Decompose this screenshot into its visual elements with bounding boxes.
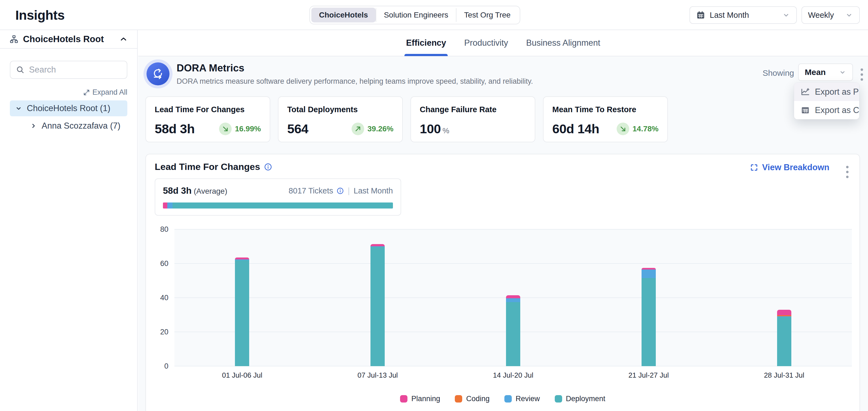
progress-segment-review <box>167 203 173 208</box>
info-icon[interactable] <box>337 187 344 195</box>
showing-label: Showing <box>763 68 794 78</box>
trend-down-icon <box>219 123 231 135</box>
lead-time-summary: 58d 3h(Average) 8017 Tickets | Last Mont… <box>155 178 401 216</box>
org-tab-test-org-tree[interactable]: Test Org Tree <box>457 8 518 23</box>
phase-progress-bar <box>163 203 393 208</box>
metric-cards-row: Lead Time For Changes58d 3h16.99%Total D… <box>146 96 668 142</box>
legend-item-deployment[interactable]: Deployment <box>555 395 606 403</box>
trend-badge: 14.78% <box>617 123 658 135</box>
metric-card-change-failure-rate: Change Failure Rate100% <box>410 96 535 142</box>
bar-segment-review <box>506 298 520 302</box>
chart-more-menu-button[interactable] <box>844 164 850 180</box>
bar-segment-planning <box>777 310 791 315</box>
gridline-y80 <box>175 229 852 230</box>
trend-badge: 16.99% <box>219 123 261 135</box>
legend-item-planning[interactable]: Planning <box>400 395 440 403</box>
trend-delta: 39.26% <box>368 125 394 133</box>
tree-item-anna-scozzafava-7-[interactable]: Anna Scozzafava (7) <box>25 118 127 134</box>
bar-segment-deployment <box>235 260 249 366</box>
menu-item-label: Export as CSV <box>815 105 859 115</box>
x-tick-label: 28 Jul-31 Jul <box>764 371 804 380</box>
gridline-y60 <box>175 263 852 264</box>
expand-all-icon <box>83 89 90 96</box>
tab-productivity[interactable]: Productivity <box>464 30 508 56</box>
legend-label: Coding <box>466 395 490 403</box>
metric-value: 564 <box>287 121 308 136</box>
date-range-value: Last Month <box>710 11 778 20</box>
dora-section-subtitle: DORA metrics measure software delivery p… <box>177 77 533 85</box>
legend-item-coding[interactable]: Coding <box>455 395 490 403</box>
page-title: Insights <box>16 8 65 23</box>
metric-value: 60d 14h <box>552 121 599 136</box>
bar-28-jul-31-jul[interactable] <box>777 310 791 366</box>
expand-corners-icon <box>750 163 758 172</box>
legend-item-review[interactable]: Review <box>504 395 540 403</box>
info-icon[interactable] <box>264 163 272 171</box>
bar-segment-review <box>642 270 656 278</box>
sidebar-search <box>10 61 127 79</box>
legend-swatch <box>555 395 562 403</box>
x-tick-label: 21 Jul-27 Jul <box>628 371 669 380</box>
org-tab-choicehotels[interactable]: ChoiceHotels <box>311 8 376 23</box>
legend-label: Deployment <box>566 395 606 403</box>
org-tree-icon <box>9 34 19 44</box>
tab-business-alignment[interactable]: Business Alignment <box>526 30 600 56</box>
granularity-select[interactable]: Weekly <box>802 6 860 24</box>
bar-segment-review <box>370 246 385 247</box>
chart-legend: PlanningCodingReviewDeployment <box>146 395 860 403</box>
metric-card-total-deployments: Total Deployments56439.26% <box>278 96 403 142</box>
bar-segment-review <box>235 260 249 260</box>
collapse-chevron-up-icon[interactable] <box>119 35 128 43</box>
search-input[interactable] <box>29 65 121 75</box>
summary-period: Last Month <box>354 186 393 195</box>
sidebar-header: ChoiceHotels Root <box>0 30 137 49</box>
metric-unit: % <box>442 127 449 135</box>
trend-delta: 14.78% <box>632 125 658 133</box>
showing-select[interactable]: Mean <box>798 64 853 81</box>
view-breakdown-button[interactable]: View Breakdown <box>750 163 829 172</box>
metric-value: 58d 3h <box>155 121 195 136</box>
y-tick-label: 20 <box>152 328 168 336</box>
summary-tickets: 8017 Tickets <box>288 186 333 195</box>
x-tick-label: 07 Jul-13 Jul <box>357 371 398 380</box>
y-tick-label: 80 <box>152 225 168 234</box>
chevron-down-icon <box>782 11 790 19</box>
menu-item-export-as-pdf[interactable]: Export as PDF <box>794 83 859 101</box>
chevron-right-icon[interactable] <box>30 122 37 130</box>
lead-time-chart <box>175 229 852 366</box>
export-menu: Export as PDFExport as CSV <box>794 83 859 119</box>
bar-21-jul-27-jul[interactable] <box>642 268 656 366</box>
tab-efficiency[interactable]: Efficiency <box>406 30 446 56</box>
y-tick-label: 40 <box>152 294 168 302</box>
chart-export-icon <box>801 87 810 97</box>
bar-07-jul-13-jul[interactable] <box>370 244 385 366</box>
bar-01-jul-06-jul[interactable] <box>235 258 249 366</box>
x-tick-label: 01 Jul-06 Jul <box>222 371 262 380</box>
bar-segment-deployment <box>777 317 791 366</box>
tree-item-label: Anna Scozzafava (7) <box>42 121 121 131</box>
dora-section-title: DORA Metrics <box>177 62 244 74</box>
expand-all-button[interactable]: Expand All <box>83 88 127 97</box>
menu-item-label: Export as PDF <box>815 87 859 97</box>
tree-item-choicehotels-root-1-[interactable]: ChoiceHotels Root (1) <box>10 100 127 116</box>
main-content: EfficiencyProductivityBusiness Alignment… <box>138 30 868 411</box>
org-tab-solution-engineers[interactable]: Solution Engineers <box>376 8 456 23</box>
chevron-down-icon[interactable] <box>15 105 23 112</box>
summary-value: 58d 3h <box>163 185 192 196</box>
bar-segment-coding <box>777 315 791 316</box>
chevron-down-icon <box>839 68 846 76</box>
bar-14-jul-20-jul[interactable] <box>506 295 520 366</box>
dora-more-menu-button[interactable] <box>859 67 865 82</box>
bar-segment-review <box>777 316 791 317</box>
trend-up-icon <box>351 123 364 135</box>
table-icon <box>801 106 810 115</box>
date-range-select[interactable]: Last Month <box>689 6 797 24</box>
search-icon <box>16 65 25 74</box>
chevron-down-icon <box>845 11 853 19</box>
org-tree: ChoiceHotels Root (1)Anna Scozzafava (7) <box>0 100 137 134</box>
metric-title: Change Failure Rate <box>420 105 526 114</box>
bar-segment-planning <box>235 258 249 260</box>
summary-separator: | <box>348 186 350 195</box>
metric-title: Lead Time For Changes <box>155 105 261 114</box>
menu-item-export-as-csv[interactable]: Export as CSV <box>794 101 859 119</box>
